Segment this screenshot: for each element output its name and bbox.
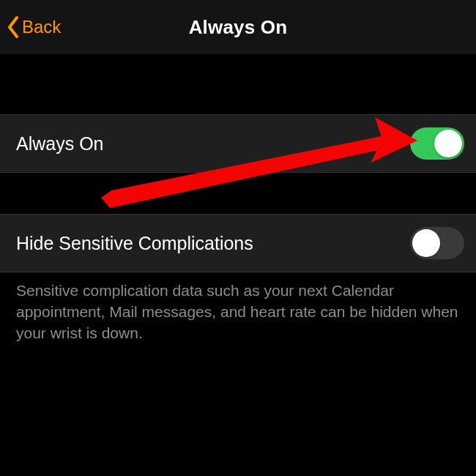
- always-on-toggle[interactable]: [410, 127, 464, 160]
- settings-screen: Back Always On Always On Hide Sensitive …: [0, 0, 476, 476]
- always-on-label: Always On: [16, 133, 103, 155]
- always-on-row[interactable]: Always On: [0, 114, 476, 173]
- hide-sensitive-label: Hide Sensitive Complications: [16, 233, 253, 254]
- nav-header: Back Always On: [0, 0, 476, 54]
- hide-sensitive-toggle[interactable]: [410, 227, 464, 259]
- toggle-knob: [412, 229, 440, 257]
- toggle-knob: [434, 130, 462, 157]
- hide-sensitive-footer: Sensitive complication data such as your…: [0, 272, 476, 343]
- chevron-left-icon: [6, 15, 21, 39]
- page-title: Always On: [189, 16, 288, 39]
- spacer: [0, 54, 476, 114]
- section-gap: [0, 173, 476, 214]
- back-label: Back: [22, 17, 61, 37]
- hide-sensitive-row[interactable]: Hide Sensitive Complications: [0, 214, 476, 272]
- back-button[interactable]: Back: [6, 0, 61, 54]
